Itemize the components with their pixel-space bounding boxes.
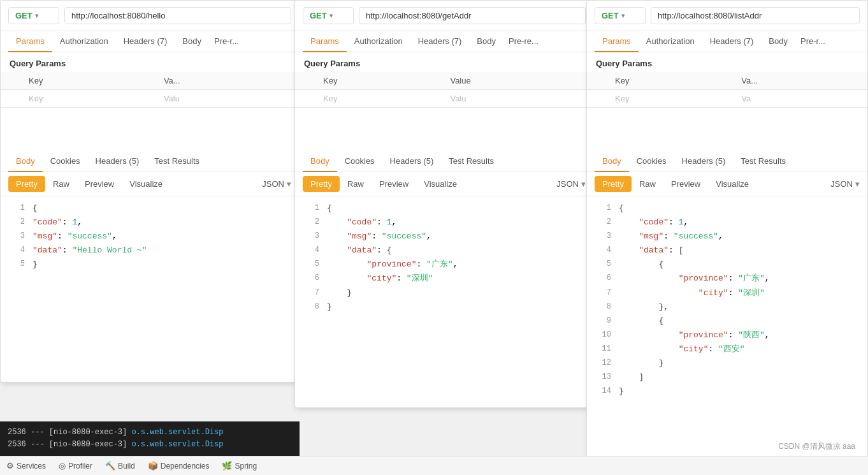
format-type-chevron-1: ▾ [287, 179, 291, 189]
query-params-title-2: Query Params [295, 52, 593, 72]
toolbar-build-label: Build [118, 462, 135, 471]
resp-tab-body-2[interactable]: Body [303, 151, 337, 172]
format-raw-2[interactable]: Raw [340, 176, 372, 192]
value-col-header-2: Value [441, 72, 593, 90]
resp-tab-body-3[interactable]: Body [595, 151, 629, 172]
toolbar-profiler[interactable]: ◎ Profiler [59, 461, 92, 471]
log-area: 2536 --- [nio-8080-exec-3] o.s.web.servl… [0, 421, 300, 456]
tab-pre-1[interactable]: Pre-r... [209, 31, 244, 52]
tab-pre-3[interactable]: Pre-r... [795, 31, 830, 52]
bottom-toolbar: ⚙ Services ◎ Profiler 🔨 Build 📦 Dependen… [0, 456, 868, 475]
json-line-2-8: 8 } [295, 300, 593, 314]
resp-tab-headers-3[interactable]: Headers (5) [674, 151, 734, 172]
url-bar-2: GET ▾ [295, 1, 593, 31]
panel-1: GET ▾ Params Authorization Headers (7) B… [0, 0, 300, 383]
resp-tab-headers-2[interactable]: Headers (5) [382, 151, 442, 172]
json-line-1-1: 1 { [1, 201, 299, 216]
method-select-3[interactable]: GET ▾ [595, 7, 646, 24]
tab-body-1[interactable]: Body [175, 31, 209, 52]
json-viewer-2: 1 { 2 "code": 1, 3 "msg": "success", 4 "… [295, 196, 593, 319]
method-label-3: GET [602, 11, 619, 20]
format-raw-3[interactable]: Raw [632, 176, 663, 192]
services-icon: ⚙ [6, 461, 14, 471]
method-select-1[interactable]: GET ▾ [8, 7, 59, 24]
params-row-1: Key Valu [1, 90, 299, 108]
resp-tab-test-3[interactable]: Test Results [733, 151, 793, 172]
format-preview-1[interactable]: Preview [77, 176, 122, 192]
toolbar-spring[interactable]: 🌿 Spring [222, 461, 257, 471]
resp-tab-cookies-2[interactable]: Cookies [337, 151, 382, 172]
toolbar-spring-label: Spring [235, 462, 257, 471]
format-visualize-2[interactable]: Visualize [416, 176, 465, 192]
panels-container: 2536 --- [nio-8080-exec-3] o.s.web.servl… [0, 0, 868, 475]
tab-headers-1[interactable]: Headers (7) [116, 31, 175, 52]
url-input-1[interactable] [64, 7, 291, 24]
url-input-3[interactable] [651, 7, 860, 24]
format-row-2: Pretty Raw Preview Visualize JSON ▾ [295, 172, 593, 196]
tab-params-3[interactable]: Params [595, 31, 639, 52]
json-line-3-4: 4 "data": [ [587, 244, 867, 258]
format-pretty-2[interactable]: Pretty [303, 176, 340, 192]
format-type-label-1: JSON [262, 179, 284, 189]
format-visualize-3[interactable]: Visualize [708, 176, 756, 192]
json-line-3-11: 11 "city": "西安" [587, 342, 867, 356]
json-line-2-2: 2 "code": 1, [295, 216, 593, 230]
format-pretty-3[interactable]: Pretty [595, 176, 632, 192]
resp-tab-cookies-1[interactable]: Cookies [43, 151, 88, 172]
format-row-3: Pretty Raw Preview Visualize JSON ▾ [587, 172, 867, 196]
resp-tab-test-2[interactable]: Test Results [441, 151, 502, 172]
json-line-3-14: 14 } [587, 384, 867, 398]
url-input-2[interactable] [359, 7, 586, 24]
method-select-2[interactable]: GET ▾ [303, 7, 354, 24]
response-section-1: Body Cookies Headers (5) Test Results Pr… [1, 151, 299, 277]
resp-tab-test-1[interactable]: Test Results [147, 151, 207, 172]
resp-tab-cookies-3[interactable]: Cookies [629, 151, 674, 172]
format-row-1: Pretty Raw Preview Visualize JSON ▾ [1, 172, 299, 196]
tab-pre-2[interactable]: Pre-re... [503, 31, 544, 52]
value-col-header-1: Va... [155, 72, 299, 90]
chevron-down-icon: ▾ [35, 12, 38, 19]
toolbar-dependencies[interactable]: 📦 Dependencies [148, 461, 210, 471]
toolbar-build[interactable]: 🔨 Build [105, 461, 135, 471]
key-col-header-1: Key [20, 72, 155, 90]
toolbar-dependencies-label: Dependencies [161, 462, 210, 471]
format-pretty-1[interactable]: Pretty [8, 176, 45, 192]
json-line-3-6: 6 "province": "广东", [587, 272, 867, 286]
tab-params-2[interactable]: Params [303, 31, 347, 52]
format-raw-1[interactable]: Raw [45, 176, 77, 192]
profiler-icon: ◎ [59, 461, 66, 471]
toolbar-services[interactable]: ⚙ Services [6, 461, 46, 471]
json-line-3-13: 13 ] [587, 370, 867, 384]
format-type-select-1[interactable]: JSON ▾ [262, 179, 291, 189]
tab-headers-3[interactable]: Headers (7) [702, 31, 762, 52]
format-type-select-2[interactable]: JSON ▾ [556, 179, 586, 189]
resp-tab-body-1[interactable]: Body [8, 151, 43, 172]
tab-authorization-3[interactable]: Authorization [639, 31, 702, 52]
chevron-down-icon-3: ▾ [621, 12, 625, 19]
panel-3: GET ▾ Params Authorization Headers (7) B… [586, 0, 868, 475]
params-key-cell-1: Key [20, 90, 155, 108]
value-col-header-3: Va... [732, 72, 867, 90]
key-col-header-3: Key [606, 72, 732, 90]
query-params-title-3: Query Params [587, 52, 867, 72]
tab-authorization-1[interactable]: Authorization [52, 31, 116, 52]
spacer-1 [1, 108, 299, 146]
resp-tab-headers-1[interactable]: Headers (5) [88, 151, 147, 172]
tab-headers-2[interactable]: Headers (7) [410, 31, 470, 52]
checkbox-col-header-2 [295, 72, 314, 90]
tab-params-1[interactable]: Params [8, 31, 52, 52]
tab-body-3[interactable]: Body [761, 31, 795, 52]
tab-body-2[interactable]: Body [469, 31, 503, 52]
response-tabs-1: Body Cookies Headers (5) Test Results [1, 151, 299, 172]
format-preview-3[interactable]: Preview [663, 176, 708, 192]
format-type-select-3[interactable]: JSON ▾ [830, 179, 860, 189]
tab-authorization-2[interactable]: Authorization [347, 31, 410, 52]
format-preview-2[interactable]: Preview [372, 176, 416, 192]
params-table-2: Key Value Key Valu [295, 72, 593, 108]
params-value-cell-2: Valu [441, 90, 593, 108]
json-line-2-6: 6 "city": "深圳" [295, 272, 593, 286]
format-visualize-1[interactable]: Visualize [122, 176, 170, 192]
json-line-3-5: 5 { [587, 258, 867, 272]
json-line-3-12: 12 } [587, 356, 867, 370]
json-line-2-1: 1 { [295, 201, 593, 216]
